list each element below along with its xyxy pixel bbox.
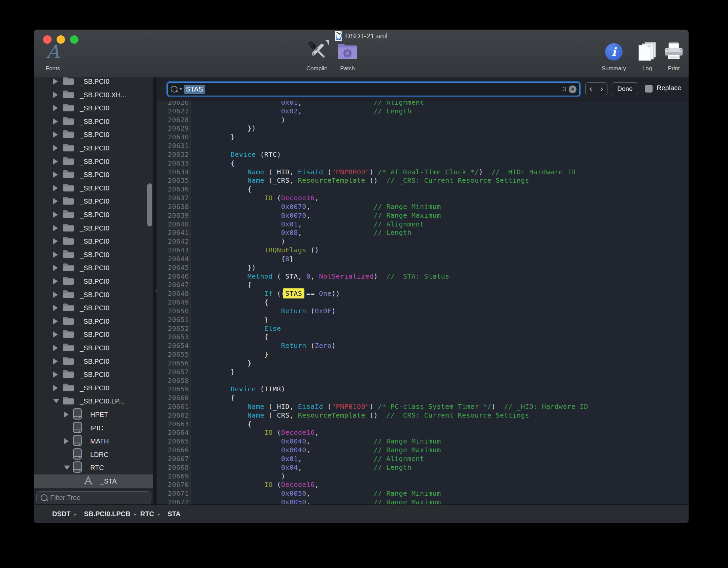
code-line: { xyxy=(197,394,588,402)
folder-icon xyxy=(62,209,74,220)
folder-icon xyxy=(62,369,74,380)
find-previous-button[interactable]: ‹ xyxy=(585,82,596,95)
sidebar-tree[interactable]: _SB.PCI0_SB.PCI0.XH..._SB.PCI0_SB.PCI0_S… xyxy=(34,77,153,505)
tree-row[interactable]: _SB.PCI0 xyxy=(34,275,153,288)
chevron-right-icon[interactable] xyxy=(53,292,58,298)
tree-row[interactable]: _SB.PCI0 xyxy=(34,328,153,341)
code-line: IO (Decode16, xyxy=(197,481,588,489)
tree-row[interactable]: _SB.PCI0 xyxy=(34,155,153,168)
chevron-down-icon[interactable] xyxy=(53,399,59,403)
done-button[interactable]: Done xyxy=(612,82,638,95)
chevron-right-icon[interactable] xyxy=(53,358,58,364)
tree-row-label: _SB.PCI0 xyxy=(80,331,109,339)
tree-row[interactable]: _SB.PCI0 xyxy=(34,141,153,155)
chevron-right-icon[interactable] xyxy=(53,158,58,165)
folder-icon xyxy=(62,316,74,327)
sidebar-scrollbar[interactable] xyxy=(147,183,152,226)
chevron-right-icon[interactable] xyxy=(53,278,58,284)
code-editor[interactable]: 20626 20627 20628 20629 20630 20631 2063… xyxy=(157,101,689,505)
tree-row[interactable]: _SB.PCI0 xyxy=(34,208,153,221)
chevron-right-icon[interactable] xyxy=(53,238,58,244)
tree-row[interactable]: HPET xyxy=(34,408,153,421)
breadcrumb-item[interactable]: _STA xyxy=(164,510,181,518)
fonts-button[interactable]: A Fonts xyxy=(34,40,78,73)
breadcrumb-item[interactable]: DSDT xyxy=(52,510,70,518)
chevron-right-icon[interactable] xyxy=(53,185,58,191)
tree-row-label: _SB.PCI0 xyxy=(80,344,109,352)
tree-row-label: _SB.PCI0 xyxy=(80,184,109,192)
chevron-down-icon[interactable] xyxy=(64,466,70,470)
tree-row[interactable]: RTC xyxy=(34,461,153,474)
chevron-right-icon[interactable] xyxy=(53,212,58,218)
chevron-right-icon[interactable] xyxy=(53,318,58,324)
chevron-right-icon[interactable] xyxy=(53,172,58,178)
chevron-right-icon[interactable] xyxy=(53,305,58,311)
tree-row[interactable]: _SB.PCI0 xyxy=(34,315,153,328)
folder-icon xyxy=(62,262,74,274)
tree-row[interactable]: _SB.PCI0 xyxy=(34,194,153,208)
tree-row[interactable]: _SB.PCI0 xyxy=(34,368,153,381)
find-input[interactable]: STAS 3 ✕ xyxy=(167,82,580,96)
device-icon xyxy=(73,435,82,448)
breadcrumb-separator-icon: ▸ xyxy=(158,511,160,517)
tree-row[interactable]: _SB.PCI0 xyxy=(34,168,153,181)
tree-row[interactable]: _SB.PCI0 xyxy=(34,128,153,141)
chevron-right-icon[interactable] xyxy=(53,78,58,84)
chevron-right-icon[interactable] xyxy=(53,371,58,378)
code-line: { xyxy=(197,159,588,168)
tree-row[interactable]: _SB.PCI0 xyxy=(34,381,153,395)
chevron-right-icon[interactable] xyxy=(53,132,58,138)
tree-row[interactable]: _SB.PCI0.LP... xyxy=(34,394,153,408)
tree-row[interactable]: _SB.PCI0.XH... xyxy=(34,88,153,102)
print-button[interactable]: Print xyxy=(649,40,689,73)
chevron-right-icon[interactable] xyxy=(53,345,58,351)
device-icon xyxy=(73,408,82,421)
tree-row[interactable]: _SB.PCI0 xyxy=(34,261,153,275)
chevron-right-icon[interactable] xyxy=(53,92,58,98)
tree-row[interactable]: _SB.PCI0 xyxy=(34,77,153,88)
tree-row[interactable]: _SB.PCI0 xyxy=(34,288,153,301)
chevron-right-icon[interactable] xyxy=(53,145,58,151)
chevron-right-icon[interactable] xyxy=(53,252,58,258)
tree-row-label: _SB.PCI0 xyxy=(80,224,109,232)
tree-row-label: _SB.PCI0 xyxy=(80,357,109,365)
patch-button[interactable]: Patch xyxy=(322,40,373,73)
chevron-right-icon[interactable] xyxy=(53,198,58,204)
chevron-right-icon[interactable] xyxy=(64,438,69,444)
code-line: { xyxy=(197,185,588,194)
tree-row-label: _SB.PCI0 xyxy=(80,384,109,392)
tree-row[interactable]: IPIC xyxy=(34,421,153,435)
find-next-button[interactable]: › xyxy=(596,82,607,95)
chevron-right-icon[interactable] xyxy=(53,118,58,125)
tree-row[interactable]: _SB.PCI0 xyxy=(34,181,153,195)
tree-row[interactable]: _SB.PCI0 xyxy=(34,301,153,315)
fonts-icon: A xyxy=(46,42,60,62)
replace-checkbox[interactable] xyxy=(645,85,653,93)
tree-row[interactable]: MATH xyxy=(34,434,153,448)
breadcrumb-item[interactable]: RTC xyxy=(140,510,154,518)
tree-row[interactable]: _SB.PCI0 xyxy=(34,341,153,355)
tree-row[interactable]: _SB.PCI0 xyxy=(34,221,153,235)
filter-tree-input[interactable]: Filter Tree xyxy=(36,491,151,504)
clear-search-icon[interactable]: ✕ xyxy=(569,85,576,93)
tree-row[interactable]: _STA xyxy=(34,474,153,488)
folder-icon xyxy=(62,382,74,394)
tree-row-label: _SB.PCI0 xyxy=(80,211,109,219)
tree-row[interactable]: _SB.PCI0 xyxy=(34,115,153,128)
code-line: Name (_CRS, ResourceTemplate () // _CRS:… xyxy=(197,176,588,185)
tree-row[interactable]: _SB.PCI0 xyxy=(34,101,153,115)
code-line: IO (Decode16, xyxy=(197,428,588,437)
chevron-right-icon[interactable] xyxy=(53,385,58,391)
code-line: Return (0x0F) xyxy=(197,307,588,316)
chevron-right-icon[interactable] xyxy=(53,105,58,111)
chevron-right-icon[interactable] xyxy=(53,225,58,231)
breadcrumb-item[interactable]: _SB.PCI0.LPCB xyxy=(80,510,130,518)
tree-row[interactable]: LDRC xyxy=(34,448,153,461)
chevron-right-icon[interactable] xyxy=(53,331,58,338)
tree-row[interactable]: _SB.PCI0 xyxy=(34,355,153,368)
search-options-chevron-icon[interactable] xyxy=(179,88,182,90)
chevron-right-icon[interactable] xyxy=(53,265,58,271)
chevron-right-icon[interactable] xyxy=(64,412,69,418)
tree-row[interactable]: _SB.PCI0 xyxy=(34,248,153,261)
tree-row[interactable]: _SB.PCI0 xyxy=(34,235,153,248)
